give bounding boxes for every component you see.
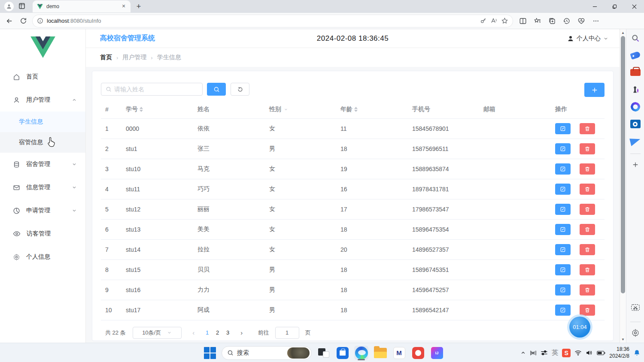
task-view-button[interactable]	[316, 346, 331, 360]
sidebar-m365-icon[interactable]	[630, 101, 641, 112]
more-menu-button[interactable]	[590, 15, 602, 27]
sogou-input-icon[interactable]: S	[562, 349, 571, 357]
collections-button[interactable]	[546, 15, 558, 27]
window-minimize-button[interactable]	[585, 0, 605, 13]
edit-row-button[interactable]	[555, 284, 571, 296]
sidebar-item-student-info[interactable]: 学生信息	[0, 112, 85, 132]
start-button[interactable]	[203, 346, 217, 360]
page-number-3[interactable]: 3	[223, 329, 233, 336]
history-button[interactable]	[561, 15, 573, 27]
delete-row-button[interactable]	[580, 284, 595, 296]
scrollbar-thumb[interactable]	[621, 36, 625, 293]
sidebar-item-dorm-admin-info[interactable]: 宿管信息	[0, 132, 85, 153]
next-page-button[interactable]: ›	[237, 329, 247, 336]
tray-marktext-icon[interactable]	[530, 350, 537, 356]
edit-row-button[interactable]	[555, 184, 571, 195]
delete-row-button[interactable]	[580, 244, 595, 255]
edit-row-button[interactable]	[555, 204, 571, 215]
scroll-down-arrow[interactable]: ▼	[620, 336, 626, 342]
user-center-menu[interactable]: 个人中心	[567, 35, 608, 42]
window-maximize-button[interactable]	[605, 0, 624, 13]
delete-row-button[interactable]	[580, 184, 595, 195]
marktext-app-icon[interactable]: M	[392, 346, 406, 360]
browser-tab-demo[interactable]: demo ×	[33, 0, 131, 12]
ime-language-icon[interactable]: 英	[552, 349, 558, 357]
scroll-up-arrow[interactable]: ▲	[620, 30, 626, 36]
sidebar-item-application-management[interactable]: 申请管理	[0, 199, 85, 222]
search-highlight-image[interactable]	[287, 347, 310, 359]
new-tab-button[interactable]: +	[133, 1, 144, 12]
edit-row-button[interactable]	[555, 143, 571, 154]
page-number-2[interactable]: 2	[213, 329, 223, 336]
favorite-star-icon[interactable]	[501, 17, 508, 24]
filter-icon[interactable]	[284, 107, 288, 112]
col-gender[interactable]: 性别	[265, 100, 336, 118]
goto-page-input[interactable]: 1	[275, 327, 299, 339]
edit-row-button[interactable]	[555, 224, 571, 235]
sidebar-tools-icon[interactable]	[630, 67, 641, 78]
delete-row-button[interactable]	[580, 204, 595, 215]
reset-button[interactable]	[231, 83, 249, 96]
browser-essentials-button[interactable]	[575, 15, 587, 27]
file-explorer-icon[interactable]	[373, 346, 387, 360]
tray-expand-icon[interactable]	[520, 350, 526, 356]
address-bar[interactable]: localhost:8080/stuInfo	[33, 15, 513, 27]
edit-row-button[interactable]	[555, 305, 571, 316]
site-info-icon[interactable]	[37, 18, 43, 24]
huawei-app-icon[interactable]	[411, 346, 425, 360]
search-button[interactable]	[207, 83, 226, 96]
sidebar-item-info-management[interactable]: 信息管理	[0, 176, 85, 199]
page-number-1[interactable]: 1	[202, 329, 213, 336]
sidebar-shopping-icon[interactable]	[630, 50, 641, 61]
notification-bell-icon[interactable]	[633, 349, 641, 356]
delete-row-button[interactable]	[580, 305, 595, 316]
sidebar-outlook-icon[interactable]	[630, 118, 641, 130]
breadcrumb-home[interactable]: 首页	[100, 54, 112, 61]
taskbar-search[interactable]: 搜索	[222, 346, 312, 360]
edge-browser-icon[interactable]	[354, 346, 368, 360]
page-size-select[interactable]: 10条/页	[133, 327, 182, 339]
sidebar-item-home[interactable]: 首页	[0, 65, 85, 88]
split-screen-button[interactable]	[517, 15, 529, 27]
sidebar-settings-icon[interactable]	[630, 327, 641, 338]
name-search-field[interactable]	[114, 86, 198, 93]
name-search-input[interactable]	[101, 83, 203, 96]
read-aloud-icon[interactable]	[490, 17, 498, 24]
sidebar-item-user-management[interactable]: 用户管理	[0, 88, 85, 112]
delete-row-button[interactable]	[580, 224, 595, 235]
back-button[interactable]	[3, 15, 15, 27]
sidebar-item-dorm-management[interactable]: 宿舍管理	[0, 153, 85, 176]
intellij-app-icon[interactable]: IJ	[430, 346, 444, 360]
col-age[interactable]: 年龄	[336, 100, 408, 118]
edit-row-button[interactable]	[555, 244, 571, 255]
sort-icon[interactable]	[140, 107, 143, 112]
edit-row-button[interactable]	[555, 264, 571, 275]
window-close-button[interactable]	[624, 0, 644, 13]
sidebar-item-personal-info[interactable]: 个人信息	[0, 245, 85, 268]
volume-icon[interactable]	[586, 350, 593, 356]
tab-actions-button[interactable]	[18, 2, 27, 11]
sidebar-search-icon[interactable]	[630, 33, 641, 44]
password-key-icon[interactable]	[480, 18, 487, 24]
sidebar-add-icon[interactable]	[630, 159, 641, 170]
favorites-button[interactable]	[532, 15, 544, 27]
col-student-id[interactable]: 学号	[122, 100, 193, 118]
add-student-button[interactable]	[584, 83, 605, 97]
sidebar-item-visitor-management[interactable]: 访客管理	[0, 222, 85, 245]
delete-row-button[interactable]	[580, 143, 595, 154]
browser-profile-button[interactable]	[4, 2, 14, 11]
breadcrumb-user-management[interactable]: 用户管理	[122, 54, 146, 61]
screen-recorder-timer[interactable]: 01:04	[569, 317, 590, 338]
reload-button[interactable]	[17, 15, 29, 27]
edit-row-button[interactable]	[555, 163, 571, 175]
prev-page-button[interactable]: ‹	[188, 329, 199, 336]
microsoft-store-icon[interactable]	[335, 346, 349, 360]
delete-row-button[interactable]	[580, 163, 595, 175]
delete-row-button[interactable]	[580, 123, 595, 134]
edit-row-button[interactable]	[555, 123, 571, 134]
url-text[interactable]: localhost:8080/stuInfo	[47, 18, 477, 24]
sidebar-games-icon[interactable]	[630, 84, 641, 95]
delete-row-button[interactable]	[580, 264, 595, 275]
tab-close-icon[interactable]: ×	[120, 3, 127, 10]
page-scrollbar[interactable]: ▲ ▼	[620, 29, 626, 343]
